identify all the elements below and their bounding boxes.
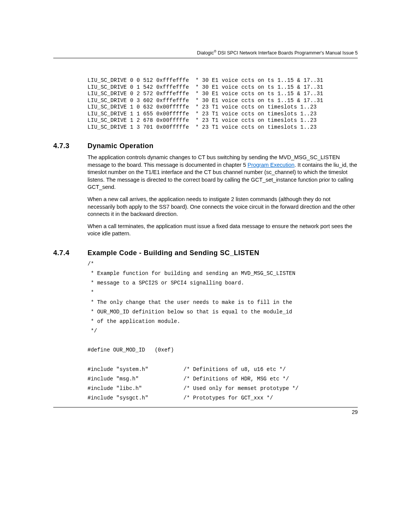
paragraph: When a call terminates, the application … [88,223,358,238]
section-4-7-4-body: /* * Example function for building and s… [88,259,358,403]
header-prefix: Dialogic [197,50,214,56]
example-code-block: /* * Example function for building and s… [88,259,358,403]
header-sup: ® [214,50,217,53]
config-code-block: LIU_SC_DRIVE 0 0 512 0xfffefffe * 30 E1 … [88,77,358,131]
header-rest: DSI SPCI Network Interface Boards Progra… [217,50,358,56]
page-number: 29 [53,409,358,415]
code-block-1-wrap: LIU_SC_DRIVE 0 0 512 0xfffefffe * 30 E1 … [88,77,358,131]
program-execution-link[interactable]: Program Execution [247,162,294,168]
header-rule [53,58,358,58]
section-4-7-4-heading: 4.7.4 Example Code - Building and Sendin… [53,249,358,257]
footer-rule [53,407,358,407]
running-header: Dialogic® DSI SPCI Network Interface Boa… [53,50,358,58]
paragraph: When a new call arrives, the application… [88,196,358,218]
section-title: Example Code - Building and Sending SC_L… [88,249,260,257]
section-number: 4.7.4 [53,249,88,257]
section-number: 4.7.3 [53,142,88,150]
paragraph: The application controls dynamic changes… [88,154,358,191]
section-4-7-3-heading: 4.7.3 Dynamic Operation [53,142,358,150]
section-title: Dynamic Operation [88,142,154,150]
section-4-7-3-body: The application controls dynamic changes… [88,154,358,238]
page: Dialogic® DSI SPCI Network Interface Boa… [0,0,411,438]
